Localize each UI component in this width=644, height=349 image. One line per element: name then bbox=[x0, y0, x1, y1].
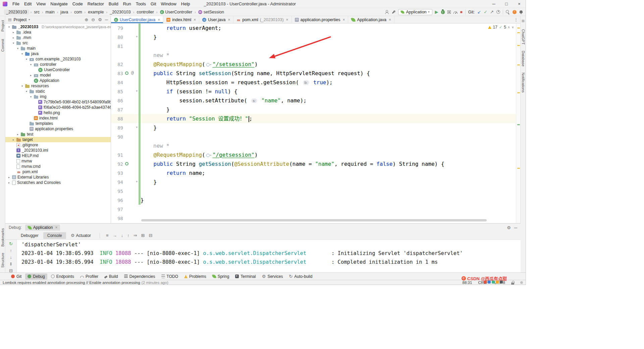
horizontal-scrollbar[interactable] bbox=[141, 219, 487, 221]
editor-tab[interactable]: index.html× bbox=[163, 16, 199, 23]
threads-icon[interactable]: ⊞ bbox=[141, 233, 145, 238]
chevron-right-icon[interactable]: ▸ bbox=[7, 181, 11, 184]
step-out-icon[interactable]: ↑ bbox=[127, 233, 129, 238]
warning-tick[interactable] bbox=[517, 168, 520, 169]
tree-row[interactable]: ▸.idea bbox=[5, 30, 111, 35]
tool-button-services[interactable]: ⚙Services bbox=[260, 273, 285, 280]
breadcrumb-item[interactable]: setSession bbox=[197, 9, 225, 15]
tool-strip-item-chatgpt[interactable]: ChatGPT bbox=[521, 29, 525, 45]
code-editor[interactable]: 79 return userAgent;80▾ }81new *82 @Requ… bbox=[111, 23, 521, 223]
debug-icon[interactable] bbox=[441, 10, 445, 14]
tool-strip-item-structure[interactable]: Structure bbox=[1, 253, 5, 268]
code-line[interactable]: new * bbox=[111, 141, 521, 150]
tree-row[interactable]: _20230103.iml bbox=[5, 148, 111, 153]
code-line[interactable]: 90 bbox=[111, 132, 521, 141]
code-line[interactable]: new * bbox=[111, 51, 521, 60]
menu-code[interactable]: Code bbox=[70, 0, 85, 7]
tool-button-debug[interactable]: Debug bbox=[25, 273, 47, 280]
run-to-cursor-icon[interactable]: ⇒ bbox=[133, 233, 137, 238]
tool-button-spring[interactable]: Spring bbox=[210, 273, 232, 280]
warning-tick[interactable] bbox=[517, 64, 520, 65]
line-number[interactable]: 91 bbox=[111, 152, 123, 158]
code-line[interactable]: 85▾ if (session != null) { bbox=[111, 87, 521, 96]
line-number[interactable]: 94 bbox=[111, 180, 123, 185]
request-mapping-icon[interactable] bbox=[125, 162, 128, 165]
tree-row[interactable]: templates bbox=[5, 121, 111, 126]
breadcrumb-item[interactable]: UserController bbox=[159, 9, 194, 15]
tool-strip-item-commit[interactable]: Commit bbox=[1, 39, 5, 52]
fold-arrow-icon[interactable]: ▾ bbox=[136, 126, 138, 129]
close-button[interactable]: × bbox=[513, 0, 526, 8]
search-icon[interactable] bbox=[506, 10, 510, 14]
tree-row[interactable]: hello.png bbox=[5, 110, 111, 115]
console-output[interactable]: 'dispatcherServlet'2023-01-04 19:38:05.9… bbox=[17, 240, 521, 272]
code-line[interactable]: 89▾ } bbox=[111, 123, 521, 132]
pause-icon[interactable]: ‖ bbox=[10, 262, 12, 266]
chevron-down-icon[interactable]: ▾ bbox=[12, 42, 15, 45]
tree-row[interactable]: ▾src bbox=[5, 40, 111, 46]
chevron-down-icon[interactable]: ▾ bbox=[20, 52, 24, 55]
tree-row[interactable]: ▸target bbox=[5, 137, 111, 142]
tree-row[interactable]: ▸.mvn bbox=[5, 35, 111, 40]
status-message[interactable]: Lombok requires enabled annotation proce… bbox=[3, 281, 140, 285]
menu-edit[interactable]: Edit bbox=[22, 0, 34, 7]
menu-refactor[interactable]: Refactor bbox=[85, 0, 106, 7]
close-icon[interactable]: × bbox=[228, 17, 230, 22]
tree-row[interactable]: mvnw bbox=[5, 158, 111, 164]
warning-tick[interactable] bbox=[517, 28, 520, 29]
close-icon[interactable]: × bbox=[158, 17, 160, 22]
step-into-icon[interactable]: ↓ bbox=[121, 233, 123, 238]
tree-row[interactable]: ▾java bbox=[5, 51, 111, 56]
code-line[interactable]: 80▾ } bbox=[111, 33, 521, 42]
tool-strip-item-notifications[interactable]: Notifications bbox=[521, 72, 525, 93]
line-number[interactable]: 93 bbox=[111, 170, 123, 176]
tool-button-todo[interactable]: TODO bbox=[159, 273, 180, 280]
warning-tick[interactable] bbox=[517, 92, 520, 93]
editor-tab[interactable]: application.properties× bbox=[292, 16, 348, 23]
line-number[interactable]: 82 bbox=[111, 62, 123, 67]
rerun-icon[interactable]: ↻ bbox=[9, 242, 13, 246]
tree-row[interactable]: mvnw.cmd bbox=[5, 164, 111, 169]
breadcrumb-item[interactable]: controller bbox=[136, 9, 155, 15]
git-push-icon[interactable]: ↗ bbox=[490, 10, 494, 14]
prev-problem-icon[interactable]: ∧ bbox=[508, 26, 510, 29]
chevron-right-icon[interactable]: ▸ bbox=[12, 36, 15, 39]
breadcrumb-item[interactable]: com bbox=[73, 9, 83, 15]
settings-icon[interactable]: ⚙ bbox=[98, 17, 102, 22]
menu-window[interactable]: Window bbox=[159, 0, 179, 7]
request-mapping-icon[interactable] bbox=[125, 71, 128, 75]
updates-icon[interactable] bbox=[513, 10, 517, 14]
fold-arrow-icon[interactable]: ▾ bbox=[136, 35, 138, 38]
breadcrumb-item[interactable]: src bbox=[33, 9, 41, 15]
debug-tab-actuator[interactable]: ⚙Actuator bbox=[67, 232, 95, 239]
line-number[interactable]: 79 bbox=[111, 26, 123, 31]
error-stripe[interactable] bbox=[516, 23, 521, 223]
fold-arrow-icon[interactable]: ▾ bbox=[136, 180, 138, 183]
tree-row[interactable]: application.properties bbox=[5, 126, 111, 132]
tool-button-dependencies[interactable]: Dependencies bbox=[122, 273, 158, 280]
menu-file[interactable]: File bbox=[10, 0, 22, 7]
endpoint-navigate-icon[interactable]: ▾ bbox=[206, 60, 212, 69]
breadcrumb-item[interactable]: main bbox=[45, 9, 56, 15]
minimize-button[interactable]: ─ bbox=[487, 0, 500, 8]
git-update-icon[interactable]: ↙ bbox=[477, 10, 481, 14]
tree-row[interactable]: ▸Scratches and Consoles bbox=[5, 180, 111, 185]
tree-row[interactable]: ▾resources bbox=[5, 83, 111, 89]
breadcrumb-item[interactable]: _20230103 bbox=[4, 9, 29, 15]
chevron-down-icon[interactable]: ▾ bbox=[20, 85, 24, 88]
git-commit-icon[interactable]: ✓ bbox=[484, 10, 487, 14]
close-icon[interactable]: × bbox=[55, 225, 57, 230]
fold-arrow-icon[interactable]: ▾ bbox=[136, 89, 138, 93]
tree-row[interactable]: ▾main bbox=[5, 46, 111, 51]
line-number[interactable]: 81 bbox=[111, 44, 123, 49]
code-line[interactable]: 79 return userAgent; bbox=[111, 23, 521, 33]
settings-icon[interactable]: ⚙ bbox=[507, 226, 511, 230]
list-icon[interactable]: ≡ bbox=[106, 233, 109, 238]
warning-tick[interactable] bbox=[517, 45, 520, 46]
next-problem-icon[interactable]: ∨ bbox=[512, 26, 514, 29]
line-number[interactable]: 97 bbox=[111, 207, 123, 212]
breadcrumb-item[interactable]: example bbox=[87, 9, 105, 15]
debug-tab-console[interactable]: Console bbox=[43, 232, 66, 239]
code-line[interactable]: 95 bbox=[111, 187, 521, 196]
chevron-right-icon[interactable]: ▸ bbox=[16, 133, 19, 136]
